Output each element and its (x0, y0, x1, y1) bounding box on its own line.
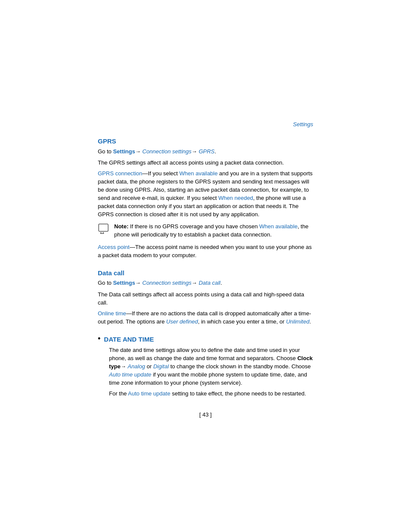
access-point-body: —The access point name is needed when yo… (98, 244, 311, 258)
bullet-dot: • (98, 335, 100, 343)
gprs-when-needed: When needed (218, 195, 253, 201)
date-time-body2-text: → (121, 363, 128, 370)
date-time-title: DATE AND TIME (104, 335, 154, 344)
date-time-body1: The date and time settings allow you to … (109, 346, 313, 387)
gprs-body2-text: —If you select (142, 170, 179, 177)
page-number: [ 43 ] (199, 411, 212, 418)
gprs-goto-connection: Connection settings (142, 148, 191, 155)
note-box: Note: If there is no GPRS coverage and y… (98, 223, 313, 239)
date-time-body7-text: setting to take effect, the phone needs … (170, 390, 306, 397)
data-call-goto: Go to Settings→ Connection settings→ Dat… (98, 279, 313, 287)
user-defined: User defined (166, 318, 198, 325)
data-call-goto-period: . (221, 280, 222, 286)
gprs-arrow2: → (192, 148, 197, 155)
analog: Analog (128, 363, 145, 370)
data-call-body3-text: , in which case you enter a time, or (198, 318, 286, 325)
gprs-goto-period: . (215, 148, 216, 155)
page-footer: [ 43 ] (98, 411, 313, 419)
svg-rect-0 (99, 224, 108, 231)
date-time-body6: For the Auto time update setting to take… (109, 390, 313, 398)
note-when-available2: When available (259, 223, 298, 230)
gprs-goto-prefix: Go to (98, 148, 113, 155)
gprs-access-point: Access point—The access point name is ne… (98, 243, 313, 260)
page-header: Settings (98, 121, 313, 129)
gprs-title: GPRS (98, 137, 313, 146)
data-call-goto-connection: Connection settings (142, 280, 191, 286)
auto-time-update1: Auto time update (109, 371, 151, 378)
date-time-body4-text: to change the clock shown in the standby… (169, 363, 311, 370)
gprs-goto-gprs: GPRS (199, 148, 215, 155)
gprs-body1-text: The GPRS settings affect all access poin… (98, 159, 284, 166)
note-icon (98, 224, 110, 234)
content-area: Settings GPRS Go to Settings→ Connection… (98, 0, 313, 445)
date-time-content: The date and time settings allow you to … (109, 346, 313, 398)
gprs-body1: The GPRS settings affect all access poin… (98, 159, 313, 167)
data-call-goto-prefix: Go to (98, 280, 113, 286)
data-call-title: Data call (98, 268, 313, 278)
data-call-body4-text: . (309, 318, 311, 325)
settings-label: Settings (293, 121, 313, 128)
date-time-body1-text: The date and time settings allow you to … (109, 347, 300, 361)
data-call-goto-settings: Settings (113, 280, 135, 286)
gprs-goto-settings: Settings (113, 148, 135, 155)
note-text-content: Note: If there is no GPRS coverage and y… (114, 223, 313, 239)
data-call-arrow1: → (135, 280, 141, 286)
date-time-section: • DATE AND TIME The date and time settin… (98, 335, 313, 398)
access-point-label: Access point (98, 244, 130, 250)
gprs-connection-label: GPRS connection (98, 170, 142, 177)
gprs-when-available1: When available (179, 170, 218, 177)
date-time-header: • DATE AND TIME (98, 335, 313, 344)
page-container: Settings GPRS Go to Settings→ Connection… (0, 0, 411, 532)
data-call-section: Data call Go to Settings→ Connection set… (98, 268, 313, 326)
online-time-label: Online time (98, 310, 126, 317)
data-call-arrow2: → (192, 280, 197, 286)
gprs-section: GPRS Go to Settings→ Connection settings… (98, 137, 313, 260)
date-time-body3-text: or (145, 363, 153, 370)
unlimited: Unlimited (286, 318, 309, 325)
auto-time-update2: Auto time update (128, 390, 170, 397)
note-text1: If there is no GPRS coverage and you hav… (128, 223, 259, 230)
data-call-goto-datacall: Data call (199, 280, 221, 286)
data-call-body1: The Data call settings affect all access… (98, 291, 313, 307)
date-time-body6-text: For the (109, 390, 128, 397)
note-svg-icon (98, 224, 110, 234)
gprs-arrow1: → (135, 148, 141, 155)
gprs-goto: Go to Settings→ Connection settings→ GPR… (98, 148, 313, 156)
data-call-body1-text: The Data call settings affect all access… (98, 291, 304, 306)
gprs-body2: GPRS connection—If you select When avail… (98, 170, 313, 218)
data-call-body2: Online time—If there are no actions the … (98, 310, 313, 326)
note-bold: Note: (114, 223, 128, 230)
digital: Digital (153, 363, 169, 370)
